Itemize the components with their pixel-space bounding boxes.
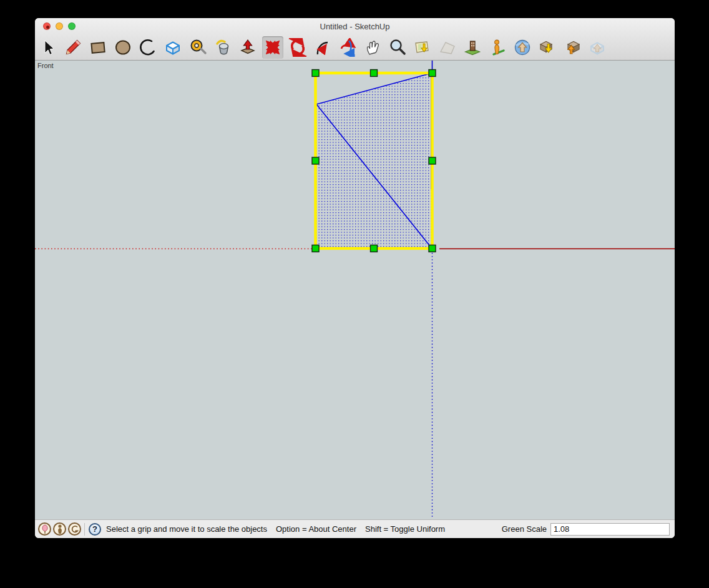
window-header: Untitled - SketchUp <box>35 18 675 61</box>
arc-icon <box>139 38 157 57</box>
person-icon <box>488 38 507 57</box>
person-status-icon[interactable] <box>53 522 66 536</box>
map-sheet-icon <box>413 38 432 57</box>
grip-bottom-right <box>429 245 436 252</box>
select-cursor-icon <box>39 38 57 57</box>
share-component-tool-button[interactable] <box>587 36 608 59</box>
rotate-tool-button[interactable] <box>287 36 308 59</box>
rotate-icon <box>288 38 307 57</box>
rectangle-tool-button[interactable] <box>87 36 109 59</box>
grip-top-right <box>429 70 436 77</box>
toolbar <box>35 34 675 60</box>
orbit-tool-button[interactable] <box>337 36 358 59</box>
get-models-tool-button[interactable] <box>537 36 558 59</box>
circle-icon <box>114 38 132 57</box>
hint-option: Option = About Center <box>276 524 356 534</box>
tape-measure-tool-button[interactable] <box>187 36 208 59</box>
geolocation-balloon-icon[interactable] <box>38 522 51 536</box>
toggle-terrain-tool-button[interactable] <box>437 36 458 59</box>
model-scene <box>35 61 675 519</box>
share-model-tool-button[interactable] <box>562 36 583 59</box>
scale-icon <box>263 38 282 57</box>
box-download-icon <box>538 38 557 57</box>
window-title: Untitled - SketchUp <box>35 22 675 31</box>
offset-icon <box>313 38 332 57</box>
paint-bucket-icon <box>213 38 232 57</box>
drawing-canvas[interactable]: Front <box>35 61 675 519</box>
grip-bottom-mid <box>371 245 378 252</box>
status-divider <box>84 523 85 536</box>
pencil-icon <box>64 38 82 57</box>
magnifier-icon <box>388 38 407 57</box>
rectangle-icon <box>89 38 107 57</box>
titlebar[interactable]: Untitled - SketchUp <box>35 18 675 34</box>
photo-textures-tool-button[interactable] <box>462 36 483 59</box>
traffic-lights <box>43 22 76 30</box>
grip-top-mid <box>371 70 378 77</box>
grip-top-left <box>312 70 319 77</box>
measurement-label: Green Scale <box>502 524 547 534</box>
box-upload-icon <box>563 38 582 57</box>
arc-tool-button[interactable] <box>137 36 159 59</box>
add-location-tool-button[interactable] <box>412 36 433 59</box>
grip-bottom-left <box>312 245 319 252</box>
push-pull-tool-button[interactable] <box>237 36 258 59</box>
terrain-icon <box>438 38 457 57</box>
close-button[interactable] <box>43 22 51 30</box>
google-earth-tool-button[interactable] <box>512 36 533 59</box>
zoom-window-button[interactable] <box>68 22 76 30</box>
status-hint: Select a grip and move it to scale the o… <box>106 524 454 534</box>
line-tool-button[interactable] <box>62 36 84 59</box>
globe-icon <box>513 38 532 57</box>
minimize-button[interactable] <box>56 22 63 30</box>
help-icon[interactable]: ? <box>89 523 101 536</box>
pan-tool-button[interactable] <box>362 36 383 59</box>
pan-hand-icon <box>363 38 382 57</box>
tape-measure-icon <box>188 38 207 57</box>
measurement-input[interactable] <box>550 523 670 536</box>
view-label: Front <box>37 62 54 69</box>
paint-bucket-tool-button[interactable] <box>212 36 233 59</box>
hint-main: Select a grip and move it to scale the o… <box>106 524 267 534</box>
scale-tool-button[interactable] <box>262 36 283 59</box>
component-upload-icon <box>588 38 607 57</box>
position-camera-tool-button[interactable] <box>487 36 508 59</box>
circle-tool-button[interactable] <box>112 36 134 59</box>
select-tool-button[interactable] <box>37 36 59 59</box>
zoom-tool-button[interactable] <box>387 36 408 59</box>
make-component-tool-button[interactable] <box>162 36 183 59</box>
component-box-icon <box>164 38 182 57</box>
building-map-icon <box>463 38 482 57</box>
orbit-icon <box>338 38 357 57</box>
offset-tool-button[interactable] <box>312 36 333 59</box>
hint-shift: Shift = Toggle Uniform <box>365 524 445 534</box>
status-bar: ? Select a grip and move it to scale the… <box>35 519 675 538</box>
grip-mid-left <box>312 157 319 164</box>
push-pull-icon <box>238 38 257 57</box>
g-credit-icon[interactable] <box>68 522 81 536</box>
sketchup-window: Untitled - SketchUp <box>35 18 675 538</box>
grip-mid-right <box>429 157 436 164</box>
